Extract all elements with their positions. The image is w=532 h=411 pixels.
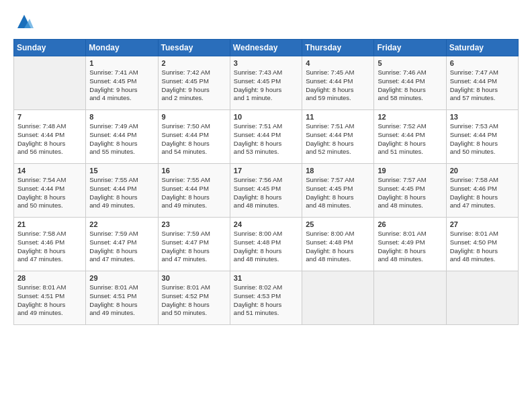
day-number: 9 [162,113,226,121]
day-number: 10 [234,113,298,121]
calendar-cell: 23Sunrise: 7:59 AMSunset: 4:47 PMDayligh… [158,218,230,271]
day-number: 11 [306,113,370,121]
calendar-cell: 6Sunrise: 7:47 AMSunset: 4:44 PMDaylight… [446,56,518,110]
day-info: Sunrise: 8:01 AMSunset: 4:49 PMDaylight:… [378,230,442,264]
calendar-table: SundayMondayTuesdayWednesdayThursdayFrid… [13,39,519,325]
calendar-cell: 27Sunrise: 8:01 AMSunset: 4:50 PMDayligh… [446,218,518,271]
day-number: 23 [162,220,226,228]
day-number: 25 [306,220,370,228]
calendar-week-3: 14Sunrise: 7:54 AMSunset: 4:44 PMDayligh… [14,164,519,218]
calendar-cell: 3Sunrise: 7:43 AMSunset: 4:45 PMDaylight… [230,56,302,110]
calendar-cell: 7Sunrise: 7:48 AMSunset: 4:44 PMDaylight… [14,110,86,164]
calendar-cell: 2Sunrise: 7:42 AMSunset: 4:45 PMDaylight… [158,56,230,110]
day-number: 31 [234,274,298,282]
calendar-cell: 28Sunrise: 8:01 AMSunset: 4:51 PMDayligh… [14,271,86,325]
calendar-cell: 20Sunrise: 7:58 AMSunset: 4:46 PMDayligh… [446,164,518,218]
calendar-cell: 9Sunrise: 7:50 AMSunset: 4:44 PMDaylight… [158,110,230,164]
day-info: Sunrise: 8:01 AMSunset: 4:50 PMDaylight:… [450,230,515,264]
calendar-cell: 25Sunrise: 8:00 AMSunset: 4:48 PMDayligh… [302,218,374,271]
calendar-cell: 11Sunrise: 7:51 AMSunset: 4:44 PMDayligh… [302,110,374,164]
day-info: Sunrise: 8:00 AMSunset: 4:48 PMDaylight:… [306,230,370,264]
day-number: 21 [17,220,82,228]
col-header-wednesday: Wednesday [230,40,302,56]
col-header-friday: Friday [374,40,446,56]
calendar-cell [14,56,86,110]
day-number: 28 [17,274,82,282]
calendar-cell: 5Sunrise: 7:46 AMSunset: 4:44 PMDaylight… [374,56,446,110]
day-info: Sunrise: 8:01 AMSunset: 4:51 PMDaylight:… [89,283,154,318]
calendar-cell: 8Sunrise: 7:49 AMSunset: 4:44 PMDaylight… [86,110,158,164]
calendar-cell: 17Sunrise: 7:56 AMSunset: 4:45 PMDayligh… [230,164,302,218]
day-number: 5 [378,59,442,67]
day-info: Sunrise: 8:02 AMSunset: 4:53 PMDaylight:… [234,283,298,318]
calendar-cell: 31Sunrise: 8:02 AMSunset: 4:53 PMDayligh… [230,271,302,325]
day-info: Sunrise: 7:55 AMSunset: 4:44 PMDaylight:… [162,176,226,210]
day-number: 22 [89,220,154,228]
calendar-cell: 14Sunrise: 7:54 AMSunset: 4:44 PMDayligh… [14,164,86,218]
calendar-cell [374,271,446,325]
calendar-cell [302,271,374,325]
calendar-cell: 30Sunrise: 8:01 AMSunset: 4:52 PMDayligh… [158,271,230,325]
calendar-week-1: 1Sunrise: 7:41 AMSunset: 4:45 PMDaylight… [14,56,519,110]
calendar-cell: 18Sunrise: 7:57 AMSunset: 4:45 PMDayligh… [302,164,374,218]
day-info: Sunrise: 7:58 AMSunset: 4:46 PMDaylight:… [17,230,82,264]
day-info: Sunrise: 8:01 AMSunset: 4:52 PMDaylight:… [162,283,226,318]
day-info: Sunrise: 7:59 AMSunset: 4:47 PMDaylight:… [162,230,226,264]
day-info: Sunrise: 8:01 AMSunset: 4:51 PMDaylight:… [17,283,82,318]
logo [13,12,34,32]
day-number: 12 [378,113,442,121]
calendar-cell: 21Sunrise: 7:58 AMSunset: 4:46 PMDayligh… [14,218,86,271]
day-info: Sunrise: 7:54 AMSunset: 4:44 PMDaylight:… [17,176,82,210]
calendar-cell: 24Sunrise: 8:00 AMSunset: 4:48 PMDayligh… [230,218,302,271]
day-number: 13 [450,113,515,121]
calendar-cell: 29Sunrise: 8:01 AMSunset: 4:51 PMDayligh… [86,271,158,325]
day-number: 7 [17,113,82,121]
col-header-tuesday: Tuesday [158,40,230,56]
calendar-cell: 4Sunrise: 7:45 AMSunset: 4:44 PMDaylight… [302,56,374,110]
page-header [13,12,519,32]
calendar-header-row: SundayMondayTuesdayWednesdayThursdayFrid… [14,40,519,56]
day-info: Sunrise: 7:50 AMSunset: 4:44 PMDaylight:… [162,122,226,156]
day-info: Sunrise: 7:48 AMSunset: 4:44 PMDaylight:… [17,122,82,156]
day-info: Sunrise: 8:00 AMSunset: 4:48 PMDaylight:… [234,230,298,264]
calendar-cell: 15Sunrise: 7:55 AMSunset: 4:44 PMDayligh… [86,164,158,218]
day-number: 2 [162,59,226,67]
calendar-cell: 10Sunrise: 7:51 AMSunset: 4:44 PMDayligh… [230,110,302,164]
calendar-cell: 1Sunrise: 7:41 AMSunset: 4:45 PMDaylight… [86,56,158,110]
logo-icon [15,12,34,31]
day-info: Sunrise: 7:49 AMSunset: 4:44 PMDaylight:… [89,122,154,156]
col-header-monday: Monday [86,40,158,56]
calendar-week-2: 7Sunrise: 7:48 AMSunset: 4:44 PMDaylight… [14,110,519,164]
day-number: 24 [234,220,298,228]
calendar-cell: 16Sunrise: 7:55 AMSunset: 4:44 PMDayligh… [158,164,230,218]
calendar-cell: 12Sunrise: 7:52 AMSunset: 4:44 PMDayligh… [374,110,446,164]
day-info: Sunrise: 7:45 AMSunset: 4:44 PMDaylight:… [306,68,370,103]
day-number: 18 [306,167,370,175]
day-info: Sunrise: 7:43 AMSunset: 4:45 PMDaylight:… [234,68,298,103]
day-number: 27 [450,220,515,228]
day-info: Sunrise: 7:51 AMSunset: 4:44 PMDaylight:… [234,122,298,156]
calendar-cell [446,271,518,325]
day-number: 4 [306,59,370,67]
calendar-cell: 19Sunrise: 7:57 AMSunset: 4:45 PMDayligh… [374,164,446,218]
calendar-week-4: 21Sunrise: 7:58 AMSunset: 4:46 PMDayligh… [14,218,519,271]
col-header-sunday: Sunday [14,40,86,56]
day-number: 16 [162,167,226,175]
day-number: 30 [162,274,226,282]
calendar-cell: 26Sunrise: 8:01 AMSunset: 4:49 PMDayligh… [374,218,446,271]
day-number: 26 [378,220,442,228]
day-info: Sunrise: 7:58 AMSunset: 4:46 PMDaylight:… [450,176,515,210]
day-info: Sunrise: 7:57 AMSunset: 4:45 PMDaylight:… [306,176,370,210]
calendar-page: SundayMondayTuesdayWednesdayThursdayFrid… [0,0,532,411]
day-info: Sunrise: 7:52 AMSunset: 4:44 PMDaylight:… [378,122,442,156]
col-header-saturday: Saturday [446,40,518,56]
day-number: 15 [89,167,154,175]
day-info: Sunrise: 7:59 AMSunset: 4:47 PMDaylight:… [89,230,154,264]
day-info: Sunrise: 7:55 AMSunset: 4:44 PMDaylight:… [89,176,154,210]
day-number: 6 [450,59,515,67]
day-number: 20 [450,167,515,175]
day-number: 19 [378,167,442,175]
day-number: 8 [89,113,154,121]
day-info: Sunrise: 7:42 AMSunset: 4:45 PMDaylight:… [162,68,226,103]
day-info: Sunrise: 7:57 AMSunset: 4:45 PMDaylight:… [378,176,442,210]
